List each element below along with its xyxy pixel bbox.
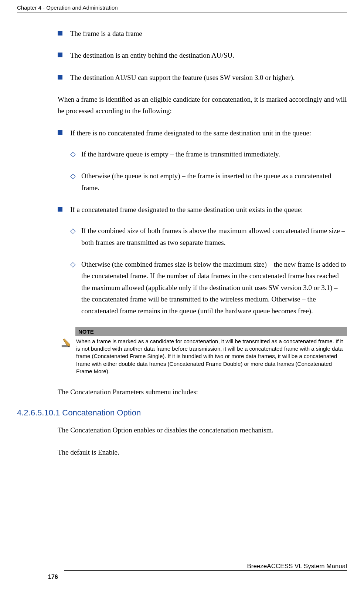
note-pencil-icon xyxy=(61,338,72,349)
paragraph: The Concatenation Parameters submenu inc… xyxy=(58,386,347,398)
page-footer: BreezeACCESS VL System Manual 176 xyxy=(17,570,347,580)
bullet-list-top: The frame is a data frame The destinatio… xyxy=(58,28,347,83)
sub-item: Otherwise (the queue is not empty) – the… xyxy=(70,170,347,193)
note-block: NOTE When a frame is marked as a candida… xyxy=(58,327,347,375)
page-number: 176 xyxy=(48,574,58,580)
note-body: When a frame is marked as a candidate fo… xyxy=(75,336,347,375)
footer-divider xyxy=(64,570,347,571)
list-item: The destination AU/SU can support the fe… xyxy=(58,72,347,83)
list-item: If there is no concatenated frame design… xyxy=(58,127,347,193)
chapter-label: Chapter 4 - Operation and Administration xyxy=(17,4,118,11)
note-icon-wrap xyxy=(58,327,75,375)
page-header: Chapter 4 - Operation and Administration xyxy=(17,4,347,13)
list-item: The frame is a data frame xyxy=(58,28,347,39)
sub-list: If the combined size of both frames is a… xyxy=(70,225,347,316)
sub-list: If the hardware queue is empty – the fra… xyxy=(70,148,347,193)
page-container: Chapter 4 - Operation and Administration… xyxy=(0,0,364,590)
note-content: NOTE When a frame is marked as a candida… xyxy=(75,327,347,375)
paragraph: The default is Enable. xyxy=(58,446,347,458)
section-number: 4.2.6.5.10.1 xyxy=(17,408,60,417)
list-item: The destination is an entity behind the … xyxy=(58,50,347,61)
sub-item: If the hardware queue is empty – the fra… xyxy=(70,148,347,160)
section-title: Concatenation Option xyxy=(62,408,141,417)
list-item-text: If there is no concatenated frame design… xyxy=(70,129,311,137)
sub-item: If the combined size of both frames is a… xyxy=(70,225,347,248)
paragraph: When a frame is identified as an eligibl… xyxy=(58,94,347,117)
manual-title: BreezeACCESS VL System Manual xyxy=(247,563,347,570)
bullet-list-mid: If there is no concatenated frame design… xyxy=(58,127,347,317)
paragraph: The Concatenation Option enables or disa… xyxy=(58,424,347,436)
list-item: If a concatenated frame designated to th… xyxy=(58,204,347,317)
note-header: NOTE xyxy=(75,327,347,336)
list-item-text: If a concatenated frame designated to th… xyxy=(70,206,303,213)
main-content: The frame is a data frame The destinatio… xyxy=(58,28,347,458)
sub-item: Otherwise (the combined frames size is b… xyxy=(70,259,347,317)
section-heading: 4.2.6.5.10.1 Concatenation Option xyxy=(17,408,347,418)
